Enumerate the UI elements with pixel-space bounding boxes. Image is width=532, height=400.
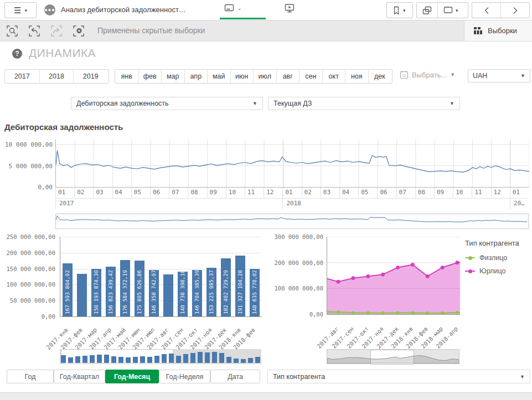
submeasure-dropdown[interactable]: Текущая ДЗ ▼ <box>268 97 460 110</box>
month-button-4[interactable]: апр <box>184 70 208 83</box>
period-tab-3[interactable]: Год-Месяц <box>105 370 159 383</box>
month-tick: 09 <box>207 188 226 198</box>
month-button-10[interactable]: окт <box>322 70 345 83</box>
help-icon[interactable]: ? <box>12 49 22 59</box>
next-sheet-button[interactable] <box>500 3 529 18</box>
bar[interactable]: 146 358 742,07 <box>149 270 159 316</box>
gridline <box>60 253 262 253</box>
bar-value-label: 175 805 626,86 <box>136 270 143 314</box>
yurlico-marker-icon <box>465 271 475 272</box>
bar[interactable]: 150 193 874,30 <box>91 269 101 317</box>
month-tick: 01 <box>55 188 74 198</box>
smart-search-button[interactable] <box>4 23 19 38</box>
dimension-dropdown[interactable]: Тип контрагента ▼ <box>267 370 530 383</box>
month-tick: 05 <box>131 188 150 198</box>
year-button-2018[interactable]: 2018 <box>39 70 74 83</box>
line-chart-year-axis: 2017201820… <box>55 198 529 209</box>
month-tick: 03 <box>93 188 112 198</box>
prev-sheet-button[interactable] <box>472 3 500 18</box>
selections-message: Применены скрытые выборки <box>97 26 205 35</box>
y-tick-label: 200 000 000,00 <box>259 259 323 266</box>
bar[interactable]: 140 738 398,18 <box>178 272 188 316</box>
bar[interactable]: 167 593 804,02 <box>63 263 73 317</box>
bar-value-label: 140 738 398,18 <box>179 272 186 314</box>
month-button-7[interactable]: июл <box>253 70 276 83</box>
month-button-2[interactable]: фев <box>138 70 162 83</box>
legend-item-yurlico[interactable]: Юрлицо <box>465 267 530 275</box>
dimension-value: Тип контрагента <box>273 373 325 381</box>
month-button-9[interactable]: сен <box>299 70 322 83</box>
chevron-down-icon: ▼ <box>450 72 455 77</box>
period-tab-1[interactable]: Год <box>7 370 54 383</box>
month-tick: 07 <box>396 188 415 198</box>
chevron-down-icon: ▼ <box>252 101 257 106</box>
month-button-1[interactable]: янв <box>115 70 138 83</box>
line-chart-plot[interactable] <box>55 139 529 188</box>
y-tick-label: 200 000 000,00 <box>0 250 55 256</box>
navigator-bar <box>190 353 195 363</box>
chevron-down-icon: ▾ <box>403 8 406 13</box>
line-chart-month-axis: 0102030405060708091011120102030405060708… <box>55 188 529 198</box>
app-menu-button[interactable]: ☰ ▾ <box>4 2 37 18</box>
month-button-12[interactable]: дек <box>368 70 391 83</box>
duplicate-sheet-button[interactable] <box>417 3 437 18</box>
bar[interactable]: 191 327 104,28 <box>235 256 245 316</box>
navigator-bar <box>226 357 231 363</box>
date-picker-button[interactable]: 12 Выбрать... ▼ <box>400 70 455 79</box>
bar[interactable] <box>163 274 173 316</box>
presentation-icon <box>285 3 295 13</box>
bar[interactable]: 146 704 385,39 <box>192 270 202 317</box>
navigator-bar <box>162 354 167 363</box>
step-back-button[interactable] <box>27 23 42 38</box>
month-button-5[interactable]: май <box>207 70 230 83</box>
app-title: Анализ дебиторской задолженност… <box>61 6 186 14</box>
currency-dropdown[interactable]: UAH ▼ <box>468 69 530 82</box>
period-tab-5[interactable]: Дата <box>210 370 260 383</box>
month-tick: 08 <box>415 188 434 198</box>
bar[interactable]: 156 823 439,42 <box>106 267 116 316</box>
date-picker-label: Выбрать... <box>412 71 447 79</box>
navigator-bar <box>140 356 145 363</box>
y-tick-label: 100 000 000,00 <box>259 285 323 292</box>
sheet-view-button[interactable]: ⌄ <box>224 3 242 13</box>
period-tab-4[interactable]: Год-Неделя <box>159 370 210 383</box>
area-chart-plot[interactable] <box>327 237 460 315</box>
period-tab-2[interactable]: Год-Квартал <box>54 370 105 383</box>
measure-dropdown[interactable]: Дебиторская задолженность ▼ <box>71 97 263 110</box>
month-button-6[interactable]: июн <box>230 70 254 83</box>
bar-chart-navigator[interactable] <box>60 349 261 364</box>
month-tick: 02 <box>302 188 321 198</box>
year-filter: 201720182019 <box>4 69 109 84</box>
gridline <box>60 237 262 237</box>
area-chart-navigator[interactable] <box>327 349 459 364</box>
undo-icon <box>28 25 40 37</box>
bar[interactable]: 176 584 372,19 <box>120 260 130 316</box>
clear-selections-button[interactable] <box>71 23 86 38</box>
bar[interactable]: 182 402 729,29 <box>221 258 231 316</box>
year-button-2019[interactable]: 2019 <box>73 70 107 83</box>
redo-icon <box>50 25 63 37</box>
step-forward-button[interactable] <box>49 23 64 38</box>
bar-value-label: 156 823 439,42 <box>107 270 114 314</box>
selections-panel-toggle[interactable]: Выборки <box>464 20 532 41</box>
month-button-3[interactable]: мар <box>161 70 184 83</box>
navigator-bar <box>111 356 116 363</box>
month-button-8[interactable]: авг <box>276 70 299 83</box>
bar[interactable]: 175 805 626,86 <box>135 261 144 316</box>
month-button-11[interactable]: ноя <box>345 70 368 83</box>
bar[interactable]: 148 635 778,02 <box>250 269 260 316</box>
year-button-2017[interactable]: 2017 <box>5 70 39 83</box>
gridline <box>60 284 262 285</box>
legend-item-fizlico[interactable]: Физлицо <box>465 254 530 262</box>
chevron-down-icon: ▾ <box>456 8 458 13</box>
navigator-bar <box>176 356 181 363</box>
sheet-selector-button[interactable]: ▾ <box>437 3 464 18</box>
line-chart-navigator[interactable] <box>55 214 529 229</box>
currency-value: UAH <box>473 72 487 80</box>
bookmark-button[interactable]: ▾ <box>386 2 413 18</box>
bar[interactable] <box>77 274 87 316</box>
svg-text:12: 12 <box>402 74 406 77</box>
bar[interactable]: 153 225 985,37 <box>206 268 216 316</box>
presentation-button[interactable] <box>285 3 295 13</box>
duplicate-icon <box>422 6 432 15</box>
